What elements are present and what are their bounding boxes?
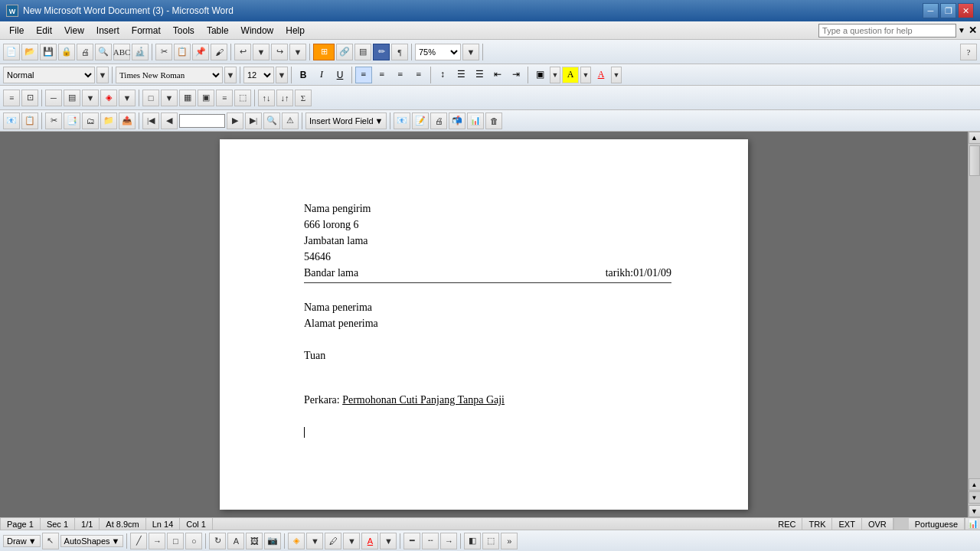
highlight-arrow[interactable]: ▼ [580,67,591,83]
tb2-line-btn[interactable]: ─ [45,90,62,106]
new-button[interactable]: 📄 [3,44,20,60]
shadow-button[interactable]: ◧ [464,533,481,549]
fill-arrow[interactable]: ▼ [306,533,323,549]
zoom-select[interactable]: 75% [415,44,461,60]
free-rotate-button[interactable]: ↻ [209,533,226,549]
undo-button[interactable]: ↩ [234,44,251,60]
line-color-arrow[interactable]: ▼ [343,533,360,549]
tb2-arrow-select[interactable]: ▼ [82,90,99,106]
cut-button[interactable]: ✂ [155,44,172,60]
show-hide-button[interactable]: ¶ [391,44,408,60]
tb2-btn4[interactable]: ▦ [179,90,196,106]
paste-button[interactable]: 📌 [192,44,209,60]
help-button[interactable]: ? [960,44,977,60]
next-page-button[interactable]: ▼ [969,491,981,504]
align-right-button[interactable]: ≡ [392,67,409,83]
tb2-btn8[interactable]: Σ [295,90,312,106]
align-center-button[interactable]: ≡ [374,67,390,83]
oval-tool[interactable]: ○ [185,533,202,549]
mm-btn13[interactable]: 📬 [449,112,466,129]
mm-btn4[interactable]: 📑 [64,112,80,129]
mm-nav-next[interactable]: ▶ [227,112,243,129]
zoom-arrow[interactable]: ▼ [462,44,479,60]
font-color-button[interactable]: A [593,67,609,83]
highlight-button[interactable]: A [562,67,579,83]
size-arrow[interactable]: ▼ [276,67,288,83]
mm-btn1[interactable]: 📧 [3,112,20,129]
mm-btn8[interactable]: 🔍 [263,112,280,129]
mm-btn9[interactable]: ⚠ [282,112,299,129]
fill-color-button[interactable]: ◈ [288,533,305,549]
scroll-up-arrow[interactable]: ▲ [969,132,981,144]
mm-btn5[interactable]: 🗂 [82,112,99,129]
help-arrow-icon[interactable]: ▼ [958,26,965,34]
mm-btn14[interactable]: 📊 [467,112,484,129]
save-button[interactable]: 💾 [40,44,57,60]
tb2-sortdesc[interactable]: ↓↑ [276,90,293,106]
close-button[interactable]: ✕ [958,3,974,18]
menu-edit[interactable]: Edit [30,21,58,39]
mm-btn15[interactable]: 🗑 [485,112,502,129]
menu-tools[interactable]: Tools [167,21,201,39]
insert-clipart-button[interactable]: 🖼 [246,533,263,549]
style-select[interactable]: Normal [3,67,95,83]
bullets-button[interactable]: ☰ [452,67,469,83]
outside-border-button[interactable]: ▣ [531,67,548,83]
mm-btn12[interactable]: 🖨 [430,112,447,129]
menu-file[interactable]: File [3,21,30,39]
line-spacing-button[interactable]: ↕ [434,67,451,83]
tb2-btn1[interactable]: ≡ [3,90,20,106]
arrow-tool[interactable]: → [149,533,165,549]
line-style-button[interactable]: ━ [403,533,420,549]
scroll-down-arrow[interactable]: ▼ [969,505,981,517]
redo-arrow-button[interactable]: ▼ [289,44,306,60]
menu-view[interactable]: View [58,21,90,39]
help-search-input[interactable] [818,24,956,37]
mm-nav-next-next[interactable]: ▶| [245,112,262,129]
menu-table[interactable]: Table [201,21,235,39]
menu-window[interactable]: Window [235,21,280,39]
open-button[interactable]: 📂 [21,44,38,60]
tb2-btn3[interactable]: ▤ [64,90,80,106]
justify-button[interactable]: ≡ [410,67,427,83]
doc-scroll[interactable]: Nama pengirim 666 lorong 6 Jambatan lama… [0,132,968,517]
research-button[interactable]: 🔬 [132,44,149,60]
undo-arrow-button[interactable]: ▼ [253,44,270,60]
restore-button[interactable]: ❐ [940,3,956,18]
line-tool[interactable]: ╱ [130,533,147,549]
insert-word-field-button[interactable]: Insert Word Field ▼ [305,112,387,129]
select-object-button[interactable]: ↖ [42,533,59,549]
more-button[interactable]: » [501,533,518,549]
mm-nav-prev-prev[interactable]: |◀ [142,112,159,129]
document-page[interactable]: Nama pengirim 666 lorong 6 Jambatan lama… [220,139,748,510]
line-color-button[interactable]: 🖊 [325,533,341,549]
tb2-fill-arrow[interactable]: ▼ [119,90,136,106]
mm-btn2[interactable]: 📋 [21,112,38,129]
decrease-indent-button[interactable]: ⇤ [489,67,506,83]
italic-button[interactable]: I [313,67,330,83]
rectangle-tool[interactable]: □ [167,533,184,549]
drawing-button[interactable]: ✏ [373,44,390,60]
mm-nav-prev[interactable]: ◀ [161,112,178,129]
insert-picture-button[interactable]: 📷 [264,533,281,549]
mm-btn10[interactable]: 📧 [394,112,410,129]
autoshapes-button[interactable]: AutoShapes ▼ [60,535,124,547]
mm-btn11[interactable]: 📝 [412,112,429,129]
numbering-button[interactable]: ☰ [471,67,488,83]
font-arrow[interactable]: ▼ [224,67,237,83]
tb2-btn7[interactable]: ⬚ [234,90,251,106]
menu-help[interactable]: Help [279,21,311,39]
align-left-button[interactable]: ≡ [355,67,372,83]
font-color-button2[interactable]: A [361,533,378,549]
tb2-border-arrow[interactable]: ▼ [161,90,178,106]
bold-button[interactable]: B [295,67,312,83]
cursor-line[interactable] [304,424,671,440]
print-preview-button[interactable]: 🔍 [95,44,112,60]
draw-button[interactable]: Draw ▼ [3,535,41,547]
font-color-arrow[interactable]: ▼ [611,67,622,83]
menu-format[interactable]: Format [126,21,167,39]
minimize-button[interactable]: ─ [923,3,939,18]
dash-style-button[interactable]: ╌ [422,533,439,549]
mm-record-input[interactable] [179,114,225,128]
mm-btn7[interactable]: 📤 [119,112,136,129]
